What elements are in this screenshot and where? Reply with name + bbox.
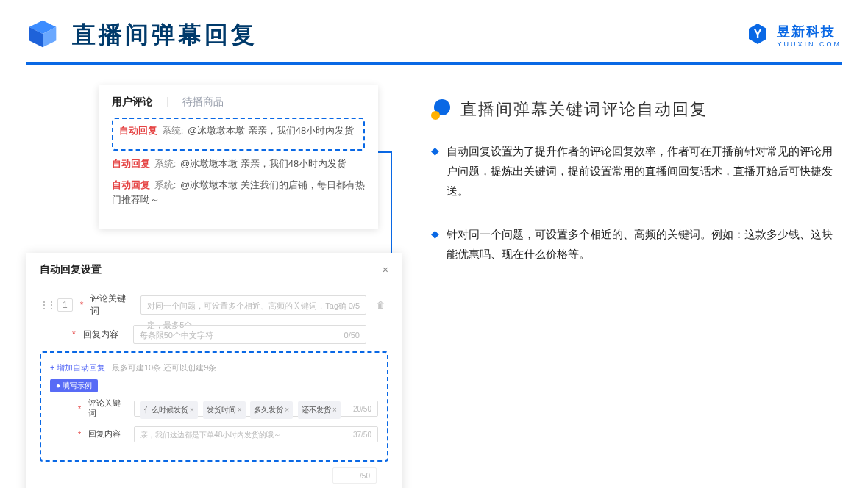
brand-name: 昱新科技 [777, 23, 842, 40]
bullet-item: ◆ 自动回复设置为了提升作者的评论回复效率，作者可在开播前针对常见的评论用户问题… [431, 141, 842, 201]
tab-separator: | [166, 96, 169, 109]
required-mark: * [78, 430, 81, 439]
auto-reply-tag: 自动回复 [112, 158, 150, 169]
bullet-diamond-icon: ◆ [431, 224, 439, 244]
ex-keyword-label: 评论关键词 [88, 398, 127, 419]
char-count: /50 [360, 468, 370, 483]
reply-input[interactable]: 每条限50个中文字符 0/50 [133, 325, 366, 344]
page-header: 直播间弹幕回复 Y 昱新科技 YUUXIN.COM [0, 0, 868, 62]
ghost-input: /50 [332, 467, 377, 484]
section-title: 直播间弹幕关键词评论自动回复 [460, 98, 708, 121]
svg-text:Y: Y [754, 28, 762, 40]
chat-bubble-icon [431, 99, 452, 120]
system-tag: 系统: [162, 125, 184, 136]
bullet-text: 自动回复设置为了提升作者的评论回复效率，作者可在开播前针对常见的评论用户问题，提… [447, 141, 834, 201]
keyword-chip[interactable]: 发货时间× [203, 401, 246, 419]
char-count: 0/50 [344, 326, 360, 343]
required-mark: * [80, 300, 84, 310]
chip-remove-icon[interactable]: × [332, 402, 337, 418]
keyword-label: 评论关键词 [90, 293, 133, 317]
chip-remove-icon[interactable]: × [190, 402, 194, 418]
keyword-input[interactable]: 对同一个问题，可设置多个相近、高频的关键词，Tag确定，最多5个 0/5 [140, 295, 366, 315]
comment-tabs: 用户评论 | 待播商品 [112, 96, 365, 109]
keyword-row: ⋮⋮1 * 评论关键词 对同一个问题，可设置多个相近、高频的关键词，Tag确定，… [40, 293, 388, 317]
input-placeholder: 每条限50个中文字符 [140, 326, 213, 343]
comment-text: @冰墩墩本墩 亲亲，我们48小时内发货 [188, 125, 354, 136]
char-count: 37/50 [353, 427, 371, 442]
reply-label: 回复内容 [83, 329, 126, 341]
ex-reply-label: 回复内容 [88, 429, 127, 439]
required-mark: * [78, 404, 81, 413]
section-header: 直播间弹幕关键词评论自动回复 [431, 98, 842, 121]
char-count: 0/5 [349, 296, 360, 314]
comment-panel: 用户评论 | 待播商品 自动回复 系统: @冰墩墩本墩 亲亲，我们48小时内发货… [99, 85, 378, 229]
bullet-diamond-icon: ◆ [431, 141, 439, 161]
ex-keyword-input[interactable]: 什么时候发货× 发货时间× 多久发货× 还不发货× 20/50 [134, 401, 378, 417]
system-tag: 系统: [154, 158, 177, 169]
brand-icon: Y [746, 22, 769, 49]
input-placeholder: 对同一个问题，可设置多个相近、高频的关键词，Tag确定，最多5个 [147, 296, 348, 314]
mockup-area: 用户评论 | 待播商品 自动回复 系统: @冰墩墩本墩 亲亲，我们48小时内发货… [26, 85, 409, 445]
auto-reply-tag: 自动回复 [112, 179, 150, 190]
trash-icon[interactable]: 🗑 [374, 300, 388, 310]
chip-remove-icon[interactable]: × [285, 402, 289, 418]
example-block: + 增加自动回复 最多可建10条 还可以创建9条 ● 填写示例 * 评论关键词 … [40, 351, 388, 462]
add-auto-reply-link[interactable]: + 增加自动回复 [50, 363, 105, 372]
brand-logo: Y 昱新科技 YUUXIN.COM [746, 22, 842, 49]
explanation-column: 直播间弹幕关键词评论自动回复 ◆ 自动回复设置为了提升作者的评论回复效率，作者可… [431, 85, 842, 445]
tab-pending-goods[interactable]: 待播商品 [182, 96, 224, 109]
highlighted-comment: 自动回复 系统: @冰墩墩本墩 亲亲，我们48小时内发货 [112, 118, 365, 151]
close-icon[interactable]: × [383, 264, 388, 276]
example-reply-row: * 回复内容 亲，我们这边都是下单48小时内发货的哦～ 37/50 [50, 426, 378, 442]
keyword-chip[interactable]: 多久发货× [250, 401, 293, 419]
required-mark: * [72, 329, 76, 340]
comment-item: 自动回复 系统: @冰墩墩本墩 亲亲，我们48小时内发货 [112, 157, 365, 172]
keyword-chip[interactable]: 什么时候发货× [140, 401, 198, 419]
bullet-text: 针对同一个问题，可设置多个相近的、高频的关键词。例如：这款多少钱、这块能优惠吗、… [447, 224, 834, 264]
index-number: 1 [57, 298, 73, 312]
example-keyword-row: * 评论关键词 什么时候发货× 发货时间× 多久发货× 还不发货× 20/50 [50, 398, 378, 419]
settings-title: 自动回复设置 [40, 263, 102, 276]
settings-dialog: 自动回复设置 × ⋮⋮1 * 评论关键词 对同一个问题，可设置多个相近、高频的关… [26, 253, 402, 488]
reply-row: * 回复内容 每条限50个中文字符 0/50 [40, 325, 388, 344]
ex-reply-value: 亲，我们这边都是下单48小时内发货的哦～ [140, 427, 281, 442]
drag-handle-icon[interactable]: ⋮⋮ [40, 300, 54, 310]
header-left: 直播间弹幕回复 [26, 18, 257, 53]
brand-sub: YUUXIN.COM [777, 40, 842, 48]
system-tag: 系统: [154, 179, 177, 190]
comment-item: 自动回复 系统: @冰墩墩本墩 关注我们的店铺，每日都有热门推荐呦～ [112, 178, 365, 209]
example-pill: ● 填写示例 [50, 379, 98, 392]
ex-reply-input[interactable]: 亲，我们这边都是下单48小时内发货的哦～ 37/50 [134, 426, 378, 442]
add-hint: 最多可建10条 还可以创建9条 [112, 363, 216, 372]
auto-reply-tag: 自动回复 [119, 125, 157, 136]
connector-line [378, 151, 391, 153]
char-count: 20/50 [353, 401, 371, 416]
ghost-row: /50 [40, 467, 388, 484]
tab-user-comments[interactable]: 用户评论 [112, 96, 153, 109]
comment-item: 自动回复 系统: @冰墩墩本墩 亲亲，我们48小时内发货 [119, 123, 357, 139]
comment-text: @冰墩墩本墩 亲亲，我们48小时内发货 [180, 158, 346, 169]
cube-icon [26, 18, 59, 53]
bullet-item: ◆ 针对同一个问题，可设置多个相近的、高频的关键词。例如：这款多少钱、这块能优惠… [431, 224, 842, 264]
keyword-chip[interactable]: 还不发货× [298, 401, 341, 419]
chip-remove-icon[interactable]: × [238, 402, 242, 418]
page-title: 直播间弹幕回复 [72, 19, 257, 51]
